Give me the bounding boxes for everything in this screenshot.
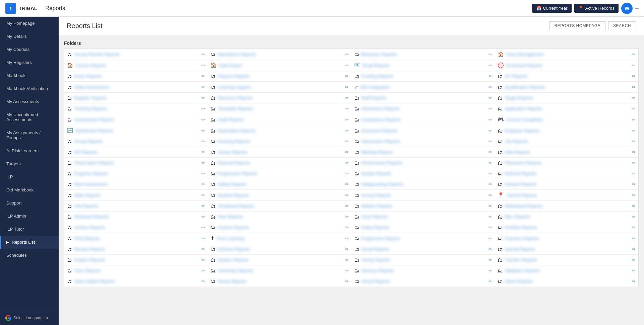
folder-item[interactable]: 🏠 Course Reports ✏ [64,60,208,71]
edit-icon[interactable]: ✏ [489,171,492,176]
edit-icon[interactable]: ✏ [489,257,492,262]
folder-item[interactable]: 🗂 Validation Reports ✏ [495,265,638,276]
edit-icon[interactable]: ✏ [632,150,636,155]
folder-item[interactable]: 🗂 Year Reports ✏ [208,212,351,222]
folder-item[interactable]: 🏠 Data Export ✏ [208,60,351,71]
edit-icon[interactable]: ✏ [489,214,492,219]
folder-item[interactable]: 🗂 Virtual Reports ✏ [351,276,495,287]
folder-item[interactable]: 🗂 Group Reports ✏ [64,136,208,147]
edit-icon[interactable]: ✏ [489,193,492,198]
folder-item[interactable]: 🗂 Zone Reports ✏ [351,212,495,222]
folder-item[interactable]: 🗂 Subject Reports ✏ [64,255,208,265]
folder-item[interactable]: 🗂 Behaviour Reports ✏ [351,49,495,60]
folder-item[interactable]: 🗂 Observation Reports ✏ [64,158,208,168]
edit-icon[interactable]: ✏ [345,225,349,230]
folder-item[interactable]: 🚫 Enrolment Reports ✏ [495,60,638,71]
folder-item[interactable]: 🗂 Portfolio Reports ✏ [495,222,638,233]
edit-icon[interactable]: ✏ [632,268,636,273]
edit-icon[interactable]: ✏ [489,63,492,68]
edit-icon[interactable]: ✏ [489,52,492,57]
folder-item[interactable]: 🗂 Destination Reports ✏ [208,125,351,136]
edit-icon[interactable]: ✏ [201,268,205,273]
folder-item[interactable]: ⬆ Prior Learning ✏ [208,233,351,244]
edit-icon[interactable]: ✏ [489,117,492,122]
folder-item[interactable]: 🗂 Register Reports ✏ [64,93,208,103]
sidebar-item-targets[interactable]: Targets [0,157,59,170]
folder-item[interactable]: 🗂 Job Reports ✏ [495,136,638,147]
folder-item[interactable]: 📍 Tutorial Reports ✏ [495,190,638,201]
edit-icon[interactable]: ✏ [489,85,492,90]
edit-icon[interactable]: ✏ [632,257,636,262]
edit-icon[interactable]: ✏ [345,160,349,165]
edit-icon[interactable]: ✏ [345,204,349,209]
edit-icon[interactable]: ✏ [489,150,492,155]
folder-item[interactable]: 🗂 Compliance Reports ✏ [351,114,495,125]
edit-icon[interactable]: ✏ [489,268,492,273]
edit-icon[interactable]: ✏ [489,74,492,79]
edit-icon[interactable]: ✏ [489,128,492,133]
folder-item[interactable]: 🗂 Session Reports ✏ [495,179,638,190]
edit-icon[interactable]: ✏ [345,193,349,198]
edit-icon[interactable]: ✏ [632,128,636,133]
edit-icon[interactable]: ✏ [345,106,349,111]
sidebar-item-my-assessments[interactable]: My Assessments [0,95,59,108]
folder-item[interactable]: 🗂 Policy Reports ✏ [351,222,495,233]
edit-icon[interactable]: ✏ [345,63,349,68]
sidebar-item-ilp-admin[interactable]: ILP Admin [0,210,59,223]
edit-icon[interactable]: ✏ [489,236,492,241]
sidebar-item-support[interactable]: Support [0,196,59,210]
edit-icon[interactable]: ✏ [489,139,492,144]
edit-icon[interactable]: ✏ [345,236,349,241]
edit-icon[interactable]: ✏ [201,204,205,209]
edit-icon[interactable]: ✏ [632,63,636,68]
edit-icon[interactable]: ✏ [632,225,636,230]
folder-item[interactable]: 🗂 Special Reports ✏ [495,244,638,255]
sidebar-item-old-markbook[interactable]: Old Markbook [0,183,59,196]
folder-item[interactable]: 🗂 PPQ Reports ✏ [64,233,208,244]
reports-homepage-button[interactable]: REPORTS HOMEPAGE [549,21,605,30]
sidebar-item-my-assignments-groups[interactable]: My Assignments / Groups [0,126,59,144]
folder-item[interactable]: 🗂 Application Reports ✏ [495,103,638,114]
folder-item[interactable]: 🎮 Course Completion ✏ [495,114,638,125]
edit-icon[interactable]: ✏ [201,171,205,176]
folder-item[interactable]: 🗂 ILP Reports ✏ [495,71,638,82]
folder-item[interactable]: 🗂 Value Added Reports ✏ [64,276,208,287]
folder-item[interactable]: 🗂 Safeguarding Reports ✏ [351,179,495,190]
edit-icon[interactable]: ✏ [489,160,492,165]
sidebar-item-schedules[interactable]: Schedules [0,249,59,262]
folder-item[interactable]: 🗂 Meeting Reports ✏ [351,147,495,158]
folder-item[interactable]: 🗂 Attendance Reports ✏ [208,49,351,60]
edit-icon[interactable]: ✏ [345,268,349,273]
folder-item[interactable]: 🗂 Funding Reports ✏ [351,71,495,82]
sidebar-item-markbook-verification[interactable]: Markbook Verification [0,82,59,95]
folder-item[interactable]: 🗂 Employer Reports ✏ [495,125,638,136]
folder-item[interactable]: 📧 Email Reports ✏ [351,60,495,71]
edit-icon[interactable]: ✏ [632,214,636,219]
logo[interactable]: T TRIBAL [5,3,37,14]
folder-item[interactable]: 🗂 Library Reports ✏ [208,147,351,158]
folder-item[interactable]: 🗂 Welfare Reports ✏ [351,201,495,212]
edit-icon[interactable]: ✏ [632,74,636,79]
edit-icon[interactable]: ✏ [489,182,492,187]
folder-item[interactable]: 🗂 System Reports ✏ [208,255,351,265]
edit-icon[interactable]: ✏ [632,117,636,122]
folder-item[interactable]: 🗂 Exam Reports ✏ [64,71,208,82]
folder-item[interactable]: 🗂 Vacancy Reports ✏ [351,265,495,276]
edit-icon[interactable]: ✏ [632,95,636,100]
sidebar-item-markbook[interactable]: Markbook [0,69,59,82]
active-records-button[interactable]: 📍 Active Records [574,4,619,13]
folder-item[interactable]: 🗂 Tutor Reports ✏ [64,265,208,276]
edit-icon[interactable]: ✏ [632,106,636,111]
folder-item[interactable]: 🗂 Archive Reports ✏ [64,222,208,233]
folder-item[interactable]: 🔄 Dashboard Reports ✏ [64,125,208,136]
edit-icon[interactable]: ✏ [345,117,349,122]
folder-item[interactable]: 🗂 Skills Reports ✏ [64,190,208,201]
edit-icon[interactable]: ✏ [201,63,205,68]
edit-icon[interactable]: ✏ [632,160,636,165]
edit-icon[interactable]: ✏ [201,106,205,111]
current-year-button[interactable]: 📅 Current Year [532,4,572,13]
select-language-label[interactable]: Select Language [13,316,44,320]
edit-icon[interactable]: ✏ [201,139,205,144]
folder-item[interactable]: 🗂 Audit Reports ✏ [208,114,351,125]
folder-item[interactable]: 🗂 Scheme Reports ✏ [208,244,351,255]
